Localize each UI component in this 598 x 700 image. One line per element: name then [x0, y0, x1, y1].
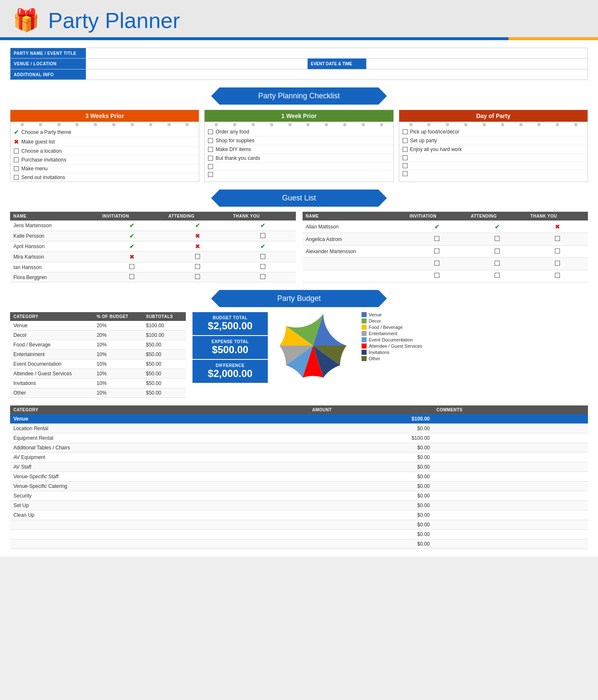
check-box-icon[interactable]	[208, 164, 213, 169]
expense-item-name: Equipment Rental	[10, 433, 309, 443]
budget-category: Venue	[10, 321, 93, 331]
guest-thankyou: ✖	[527, 221, 588, 233]
venue-input[interactable]	[86, 59, 308, 69]
event-date-label: EVENT DATE & TIME	[308, 59, 366, 69]
guest-name: Ian Hansson	[10, 262, 99, 272]
guest-attending	[165, 262, 230, 272]
expense-item-amount: $0.00	[309, 530, 433, 539]
check-green-icon: ✔	[495, 223, 500, 230]
guest-invitation: ✖	[99, 252, 165, 262]
checklist-item: Make menu	[10, 164, 199, 173]
check-box-icon[interactable]	[208, 172, 213, 177]
checklist-item: ✔Choose a Party theme	[10, 128, 199, 137]
check-box-icon[interactable]	[434, 261, 439, 266]
expense-item-name: Location Rental	[10, 424, 309, 433]
expense-item-amount: $0.00	[309, 491, 433, 501]
check-box-icon[interactable]	[195, 254, 200, 259]
guest-invitation: ✔	[99, 231, 165, 241]
check-box-icon[interactable]	[555, 249, 560, 254]
col-thankyou: THANK YOU	[230, 212, 296, 221]
table-row: Other 10% $50.00	[10, 388, 186, 398]
checklist-item	[399, 154, 588, 162]
check-box-icon[interactable]	[129, 264, 134, 269]
pie-legend: Venue Decor Food / Beverage Entertainmen…	[362, 312, 422, 362]
check-box-icon[interactable]	[555, 261, 560, 266]
check-box-icon[interactable]	[208, 129, 213, 134]
check-box-icon[interactable]	[129, 274, 134, 279]
check-box-icon[interactable]	[195, 274, 200, 279]
check-green-icon: ✔	[129, 243, 134, 250]
guest-invitation	[406, 270, 467, 282]
check-box-icon[interactable]	[14, 149, 19, 154]
check-box-icon[interactable]	[495, 249, 500, 254]
expense-item-comments	[433, 520, 588, 530]
check-box-icon[interactable]	[260, 264, 265, 269]
pie-chart-svg	[280, 312, 355, 379]
expense-item-amount: $0.00	[309, 424, 433, 433]
budget-category: Event Documentation	[10, 359, 93, 369]
expense-item-name	[10, 520, 309, 530]
legend-color	[362, 318, 367, 323]
check-box-icon[interactable]	[495, 261, 500, 266]
check-box-icon[interactable]	[495, 236, 500, 241]
check-box-icon[interactable]	[403, 138, 408, 143]
expense-item-amount: $100.00	[309, 433, 433, 443]
checklist-item	[399, 162, 588, 170]
checklist-dayof: Day of Party Pick up food/ice/décor Set …	[399, 110, 588, 182]
check-box-icon[interactable]	[14, 166, 19, 171]
item-text: Make guest list	[21, 139, 55, 145]
table-row: Entertainment 10% $50.00	[10, 350, 186, 359]
item-text: Pick up food/ice/décor	[410, 129, 459, 135]
checklist-3weeks-dots	[10, 122, 199, 128]
check-box-icon[interactable]	[403, 155, 408, 160]
guest-invitation	[99, 262, 165, 272]
check-box-icon[interactable]	[403, 171, 408, 176]
check-box-icon[interactable]	[14, 175, 19, 180]
check-green-icon: ✔	[129, 233, 134, 239]
expense-item-comments	[433, 433, 588, 443]
table-row: Attendee / Guest Services 10% $50.00	[10, 369, 186, 379]
table-row: Alexander Martensson	[303, 245, 588, 257]
check-box-icon[interactable]	[260, 254, 265, 259]
legend-label: Event Documentation	[369, 337, 413, 342]
guest-attending: ✔	[165, 221, 230, 231]
check-red-icon: ✖	[555, 223, 560, 230]
checklist-dayof-dots	[399, 122, 588, 128]
check-box-icon[interactable]	[195, 264, 200, 269]
check-box-icon[interactable]	[260, 233, 265, 238]
party-name-input[interactable]	[86, 48, 588, 58]
legend-label: Food / Beverage	[369, 325, 403, 330]
check-box-icon[interactable]	[14, 157, 19, 162]
expense-item-name	[10, 539, 309, 549]
check-box-icon[interactable]	[260, 274, 265, 279]
check-box-icon[interactable]	[434, 236, 439, 241]
check-box-icon[interactable]	[403, 147, 408, 152]
budget-subtotal: $50.00	[143, 379, 186, 388]
checklist-item: Purchase invitations	[10, 156, 199, 164]
check-box-icon[interactable]	[403, 163, 408, 168]
check-box-icon[interactable]	[555, 236, 560, 241]
check-box-icon[interactable]	[434, 249, 439, 254]
check-box-icon[interactable]	[495, 273, 500, 278]
check-box-icon[interactable]	[555, 273, 560, 278]
col-invitation: INVITIATION	[406, 212, 467, 221]
budget-title: Party Budget	[211, 290, 387, 307]
legend-item: Food / Beverage	[362, 325, 422, 330]
check-red-icon: ✖	[129, 254, 134, 260]
expense-item-row: Security $0.00	[10, 491, 588, 501]
checklist-3weeks-header: 3 Weeks Prior	[10, 110, 199, 122]
legend-color	[362, 350, 367, 355]
event-date-input[interactable]	[366, 59, 588, 69]
additional-input[interactable]	[86, 69, 588, 79]
expense-item-name: Security	[10, 491, 309, 501]
legend-color	[362, 356, 367, 361]
check-box-icon[interactable]	[434, 273, 439, 278]
check-box-icon[interactable]	[208, 156, 213, 161]
checklist-1week-header: 1 Week Prior	[205, 110, 393, 122]
check-box-icon[interactable]	[208, 147, 213, 152]
expense-item-row: Equipment Rental $100.00	[10, 433, 588, 443]
checklist-item: Order any food	[205, 128, 393, 136]
check-box-icon[interactable]	[208, 138, 213, 143]
guest-invitation: ✔	[406, 221, 467, 233]
check-box-icon[interactable]	[403, 129, 408, 134]
